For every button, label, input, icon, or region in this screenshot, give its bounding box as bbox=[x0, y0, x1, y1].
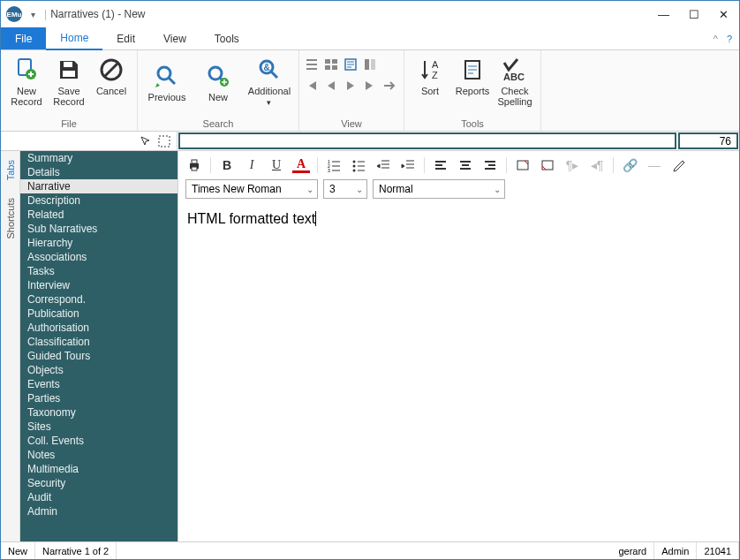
sidebar-item-taxonomy[interactable]: Taxonomy bbox=[20, 405, 177, 420]
sidebar-item-publication[interactable]: Publication bbox=[20, 306, 177, 321]
formula-input[interactable] bbox=[178, 132, 676, 149]
additional-search-button[interactable]: & Additional▾ bbox=[245, 52, 293, 108]
editor-area[interactable]: HTML formatted text bbox=[178, 204, 739, 541]
group-label-tools: Tools bbox=[410, 118, 535, 131]
chevron-down-icon: ⌄ bbox=[356, 185, 363, 194]
maximize-button[interactable]: ☐ bbox=[689, 8, 699, 21]
nav-prev-icon[interactable] bbox=[324, 79, 340, 95]
view-detail-icon[interactable] bbox=[344, 57, 359, 73]
style-select[interactable]: Normal⌄ bbox=[373, 179, 505, 199]
main-area: Tabs Shortcuts SummaryDetailsNarrativeDe… bbox=[1, 151, 739, 541]
sidebar-item-objects[interactable]: Objects bbox=[20, 363, 177, 377]
svg-rect-19 bbox=[365, 59, 369, 70]
save-record-button[interactable]: Save Record bbox=[49, 52, 89, 107]
view-form-icon[interactable] bbox=[363, 57, 379, 73]
ribbon: New Record Save Record Cancel File bbox=[1, 50, 739, 132]
status-position: Narrative 1 of 2 bbox=[35, 542, 117, 559]
svg-rect-3 bbox=[63, 71, 75, 77]
tab-tools[interactable]: Tools bbox=[200, 27, 253, 49]
sidebar-item-correspond-[interactable]: Correspond. bbox=[20, 292, 177, 306]
tab-edit[interactable]: Edit bbox=[102, 27, 149, 49]
ribbon-group-view: View bbox=[299, 50, 404, 131]
edit-html-button[interactable] bbox=[670, 156, 688, 174]
sidebar-item-associations[interactable]: Associations bbox=[20, 250, 177, 264]
tab-file[interactable]: File bbox=[1, 27, 46, 49]
link-button[interactable]: 🔗 bbox=[621, 156, 638, 174]
sidebar-item-tasks[interactable]: Tasks bbox=[20, 264, 177, 278]
sidebar-item-narrative[interactable]: Narrative bbox=[20, 179, 177, 193]
close-button[interactable]: ✕ bbox=[719, 8, 729, 21]
group-label-view: View bbox=[305, 118, 398, 131]
align-right-button[interactable] bbox=[481, 156, 499, 174]
sidebar-item-coll-events[interactable]: Coll. Events bbox=[20, 434, 177, 448]
sort-button[interactable]: AZ Sort bbox=[410, 52, 450, 96]
new-search-button[interactable]: New bbox=[194, 58, 242, 102]
sidebar-item-sites[interactable]: Sites bbox=[20, 420, 177, 434]
ribbon-collapse-icon[interactable]: ^ bbox=[714, 34, 718, 44]
ordered-list-button[interactable]: 123 bbox=[325, 156, 343, 174]
sidebar-item-interview[interactable]: Interview bbox=[20, 278, 177, 292]
sidebar-item-details[interactable]: Details bbox=[20, 165, 177, 179]
status-number: 21041 bbox=[697, 542, 739, 559]
sidebar-item-summary[interactable]: Summary bbox=[20, 151, 177, 165]
sidebar-item-admin[interactable]: Admin bbox=[20, 504, 177, 518]
sidebar-item-sub-narratives[interactable]: Sub Narratives bbox=[20, 222, 177, 236]
hr-button[interactable]: — bbox=[646, 156, 663, 174]
svg-text:&: & bbox=[263, 63, 269, 72]
sidebar-item-notes[interactable]: Notes bbox=[20, 448, 177, 462]
sidebar-item-parties[interactable]: Parties bbox=[20, 391, 177, 405]
svg-rect-27 bbox=[192, 160, 197, 163]
bold-button[interactable]: B bbox=[218, 156, 236, 174]
insert-object-button[interactable] bbox=[539, 156, 556, 174]
ltr-button[interactable]: ¶▸ bbox=[563, 156, 581, 174]
nav-next-icon[interactable] bbox=[344, 79, 359, 95]
underline-button[interactable]: U bbox=[268, 156, 285, 174]
reports-button[interactable]: Reports bbox=[452, 52, 493, 96]
cancel-button[interactable]: Cancel bbox=[91, 52, 132, 96]
font-select[interactable]: Times New Roman⌄ bbox=[185, 179, 318, 199]
sidebar-item-guided-tours[interactable]: Guided Tours bbox=[20, 349, 177, 363]
indent-button[interactable] bbox=[399, 156, 417, 174]
align-center-button[interactable] bbox=[457, 156, 474, 174]
font-size-select[interactable]: 3⌄ bbox=[323, 179, 367, 199]
tab-home[interactable]: Home bbox=[46, 27, 102, 50]
sidebar-item-events[interactable]: Events bbox=[20, 377, 177, 391]
sidebar-item-security[interactable]: Security bbox=[20, 476, 177, 490]
sidebar-item-hierarchy[interactable]: Hierarchy bbox=[20, 236, 177, 250]
sidebar-item-related[interactable]: Related bbox=[20, 208, 177, 222]
status-bar: New Narrative 1 of 2 gerard Admin 21041 bbox=[1, 541, 739, 559]
marquee-icon[interactable] bbox=[157, 134, 171, 148]
font-color-button[interactable]: A bbox=[292, 157, 310, 173]
sidebar: SummaryDetailsNarrativeDescriptionRelate… bbox=[20, 151, 177, 541]
align-left-button[interactable] bbox=[432, 156, 449, 174]
italic-button[interactable]: I bbox=[243, 156, 261, 174]
outdent-button[interactable] bbox=[374, 156, 392, 174]
sidebar-item-classification[interactable]: Classification bbox=[20, 335, 177, 349]
sidebar-item-description[interactable]: Description bbox=[20, 193, 177, 208]
nav-go-icon[interactable] bbox=[382, 79, 398, 95]
new-record-button[interactable]: New Record bbox=[6, 52, 47, 107]
sidebar-item-multimedia[interactable]: Multimedia bbox=[20, 462, 177, 476]
nav-first-icon[interactable] bbox=[305, 79, 321, 95]
tab-view[interactable]: View bbox=[149, 27, 200, 49]
side-tab-tabs[interactable]: Tabs bbox=[5, 160, 16, 180]
unordered-list-button[interactable] bbox=[350, 156, 367, 174]
check-spelling-button[interactable]: ABC Check Spelling bbox=[495, 52, 535, 107]
sidebar-item-audit[interactable]: Audit bbox=[20, 490, 177, 504]
sidebar-item-authorisation[interactable]: Authorisation bbox=[20, 321, 177, 335]
ribbon-help-icon[interactable]: ? bbox=[727, 34, 732, 44]
editor-text: HTML formatted text bbox=[187, 211, 315, 226]
qat-dropdown-icon[interactable]: ▾ bbox=[31, 10, 35, 19]
minimize-button[interactable]: — bbox=[658, 8, 669, 21]
previous-search-button[interactable]: Previous bbox=[143, 58, 191, 102]
pointer-icon[interactable] bbox=[140, 135, 152, 148]
view-cards-icon[interactable] bbox=[324, 57, 340, 73]
print-icon[interactable] bbox=[185, 156, 203, 174]
search-new-icon bbox=[204, 62, 232, 90]
side-tab-shortcuts[interactable]: Shortcuts bbox=[5, 198, 16, 238]
insert-image-button[interactable] bbox=[514, 156, 532, 174]
rtl-button[interactable]: ◂¶ bbox=[588, 156, 606, 174]
view-list-icon[interactable] bbox=[305, 57, 321, 73]
nav-last-icon[interactable] bbox=[363, 79, 379, 95]
titlebar-separator: | bbox=[44, 8, 47, 20]
